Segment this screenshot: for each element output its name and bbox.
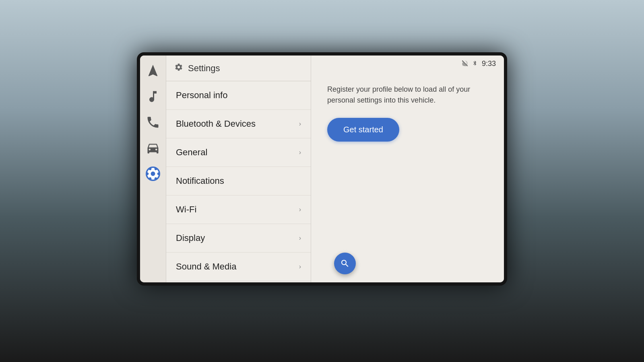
sidebar-item-car[interactable] [146, 141, 160, 155]
panel-content: Register your profile below to load all … [311, 72, 504, 282]
screen-bezel: Settings Personal info Bluetooth & Devic… [137, 52, 507, 286]
panel-description: Register your profile below to load all … [327, 84, 480, 106]
sidebar [140, 56, 166, 282]
menu-item-sound-media[interactable]: Sound & Media › [166, 253, 311, 281]
display-arrow-icon: › [299, 234, 301, 242]
gear-icon-sidebar [146, 167, 160, 181]
music-icon [146, 89, 160, 104]
settings-header: Settings [166, 56, 311, 81]
menu-item-display[interactable]: Display › [166, 224, 311, 253]
personal-info-label: Personal info [176, 90, 227, 101]
navigation-icon [146, 64, 160, 78]
infotainment-screen: Settings Personal info Bluetooth & Devic… [140, 56, 504, 282]
wifi-arrow-icon: › [299, 206, 301, 213]
menu-item-personal-info[interactable]: Personal info [166, 81, 311, 110]
status-bar: 9:33 [311, 56, 504, 72]
phone-icon [146, 115, 160, 130]
get-started-button[interactable]: Get started [327, 118, 399, 142]
menu-item-wifi[interactable]: Wi-Fi › [166, 195, 311, 224]
search-fab-button[interactable] [334, 253, 356, 274]
settings-title: Settings [188, 63, 220, 74]
search-icon [340, 259, 350, 268]
bluetooth-arrow-icon: › [299, 120, 301, 128]
notifications-label: Notifications [176, 176, 224, 186]
menu-items-list: Personal info Bluetooth & Devices › Gene… [166, 81, 311, 282]
sidebar-item-phone[interactable] [146, 115, 160, 130]
sidebar-item-navigation[interactable] [146, 64, 160, 78]
bluetooth-label: Bluetooth & Devices [176, 119, 256, 129]
general-arrow-icon: › [299, 149, 301, 156]
no-service-icon [462, 60, 468, 68]
sidebar-item-music[interactable] [146, 89, 160, 104]
sound-media-label: Sound & Media [176, 261, 236, 272]
menu-item-general[interactable]: General › [166, 138, 311, 167]
status-time: 9:33 [482, 60, 496, 68]
right-panel: 9:33 Register your profile below to load… [311, 56, 504, 282]
menu-item-notifications[interactable]: Notifications [166, 167, 311, 195]
sidebar-item-settings[interactable] [146, 167, 160, 181]
menu-item-bluetooth[interactable]: Bluetooth & Devices › [166, 110, 311, 138]
settings-menu: Settings Personal info Bluetooth & Devic… [166, 56, 311, 282]
sound-media-arrow-icon: › [299, 263, 301, 270]
wifi-label: Wi-Fi [176, 204, 196, 215]
bluetooth-status-icon [472, 60, 478, 67]
general-label: General [176, 147, 207, 158]
settings-header-gear-icon [174, 63, 183, 74]
display-label: Display [176, 233, 205, 243]
car-icon [146, 141, 160, 155]
